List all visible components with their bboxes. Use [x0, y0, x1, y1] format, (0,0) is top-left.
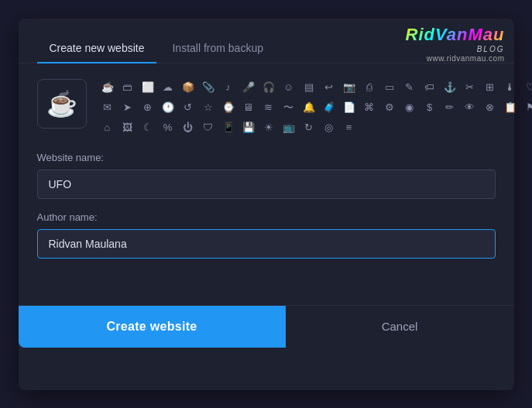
icon-item[interactable]: ≡: [341, 119, 358, 136]
icon-item[interactable]: ☕: [99, 79, 116, 96]
icon-item[interactable]: 🎤: [240, 79, 257, 96]
icon-item[interactable]: ◉: [401, 99, 418, 116]
icon-item[interactable]: ⊞: [482, 79, 499, 96]
icon-item[interactable]: ≋: [260, 99, 277, 116]
icon-item[interactable]: ☁: [160, 79, 177, 96]
icon-item[interactable]: ⏻: [180, 119, 197, 136]
icon-item[interactable]: 💾: [240, 119, 257, 136]
icon-item[interactable]: 🖥: [240, 99, 257, 116]
icon-grid: ☕ 🗃 ⬜ ☁ 📦 📎 ♪ 🎤 🎧 ☺ ▤ ↩ 📷 ⎙ ▭ ✎ 🏷 ⚓ ✂: [99, 79, 533, 136]
icon-item[interactable]: ✉: [99, 99, 116, 116]
icon-item[interactable]: ✏: [441, 99, 458, 116]
icon-item[interactable]: 〜: [280, 99, 297, 116]
cancel-button[interactable]: Cancel: [286, 306, 514, 348]
icon-item[interactable]: ⬜: [139, 79, 156, 96]
icon-item[interactable]: 📎: [200, 79, 217, 96]
icon-item[interactable]: ☀: [260, 119, 277, 136]
icon-item[interactable]: 🌡: [502, 79, 519, 96]
icon-item[interactable]: 📦: [180, 79, 197, 96]
icon-item[interactable]: ⚓: [441, 79, 458, 96]
icon-item[interactable]: %: [160, 119, 177, 136]
modal-footer: Create website Cancel: [19, 305, 514, 348]
icon-item[interactable]: 👁: [462, 99, 479, 116]
icon-item[interactable]: ◎: [321, 119, 338, 136]
icon-item[interactable]: ↩: [321, 79, 338, 96]
icon-item[interactable]: ♡: [522, 79, 533, 96]
icon-item[interactable]: 🛡: [200, 119, 217, 136]
icon-item[interactable]: ⌘: [361, 99, 378, 116]
icon-item[interactable]: ➤: [119, 99, 136, 116]
selected-icon-display[interactable]: ☕: [37, 79, 87, 129]
icon-item[interactable]: ⌂: [99, 119, 116, 136]
watermark: RidVanMau BLOG www.ridvanmau.com: [406, 25, 505, 63]
author-name-section: Author name:: [37, 211, 496, 259]
icon-item[interactable]: $: [421, 99, 438, 116]
icon-item[interactable]: 🧳: [321, 99, 338, 116]
icon-item[interactable]: ⚑: [522, 99, 533, 116]
icon-item[interactable]: 📄: [341, 99, 358, 116]
icon-item[interactable]: 📱: [220, 119, 237, 136]
icon-item[interactable]: 🗃: [119, 79, 136, 96]
icon-item[interactable]: ⌚: [220, 99, 237, 116]
icon-item[interactable]: 🔔: [300, 99, 317, 116]
author-name-label: Author name:: [37, 211, 496, 223]
icon-item[interactable]: ✎: [401, 79, 418, 96]
icon-item[interactable]: 📷: [341, 79, 358, 96]
create-website-modal: RidVanMau BLOG www.ridvanmau.com Create …: [19, 19, 514, 390]
icon-item[interactable]: 🏷: [421, 79, 438, 96]
icon-picker: ☕ ☕ 🗃 ⬜ ☁ 📦 📎 ♪ 🎤 🎧 ☺ ▤ ↩ 📷 ⎙ ▭ ✎: [37, 79, 496, 136]
watermark-subtitle: BLOG: [406, 45, 505, 54]
icon-item[interactable]: 📋: [502, 99, 519, 116]
create-website-button[interactable]: Create website: [19, 306, 286, 348]
icon-item[interactable]: ↻: [300, 119, 317, 136]
icon-item[interactable]: ⊗: [482, 99, 499, 116]
tab-create-new-website[interactable]: Create new website: [37, 34, 157, 63]
watermark-url: www.ridvanmau.com: [406, 54, 505, 63]
icon-item[interactable]: 📺: [280, 119, 297, 136]
icon-item[interactable]: 🕐: [160, 99, 177, 116]
icon-item[interactable]: ⊕: [139, 99, 156, 116]
icon-item[interactable]: ⎙: [361, 79, 378, 96]
icon-item[interactable]: ☺: [280, 79, 297, 96]
website-name-input[interactable]: [37, 170, 496, 199]
icon-item[interactable]: ▭: [381, 79, 398, 96]
tab-install-from-backup[interactable]: Install from backup: [160, 34, 276, 63]
icon-item[interactable]: ↺: [180, 99, 197, 116]
icon-item[interactable]: ☆: [200, 99, 217, 116]
icon-item[interactable]: 🎧: [260, 79, 277, 96]
icon-item[interactable]: ✂: [462, 79, 479, 96]
website-name-label: Website name:: [37, 152, 496, 163]
icon-item[interactable]: ▤: [300, 79, 317, 96]
icon-item[interactable]: ⚙: [381, 99, 398, 116]
watermark-title: RidVanMau: [406, 25, 505, 45]
icon-item[interactable]: 🖼: [119, 119, 136, 136]
modal-body: ☕ ☕ 🗃 ⬜ ☁ 📦 📎 ♪ 🎤 🎧 ☺ ▤ ↩ 📷 ⎙ ▭ ✎: [19, 63, 514, 286]
icon-item[interactable]: ☾: [139, 119, 156, 136]
author-name-input[interactable]: [37, 229, 496, 259]
website-name-section: Website name:: [37, 152, 496, 199]
icon-item[interactable]: ♪: [220, 79, 237, 96]
